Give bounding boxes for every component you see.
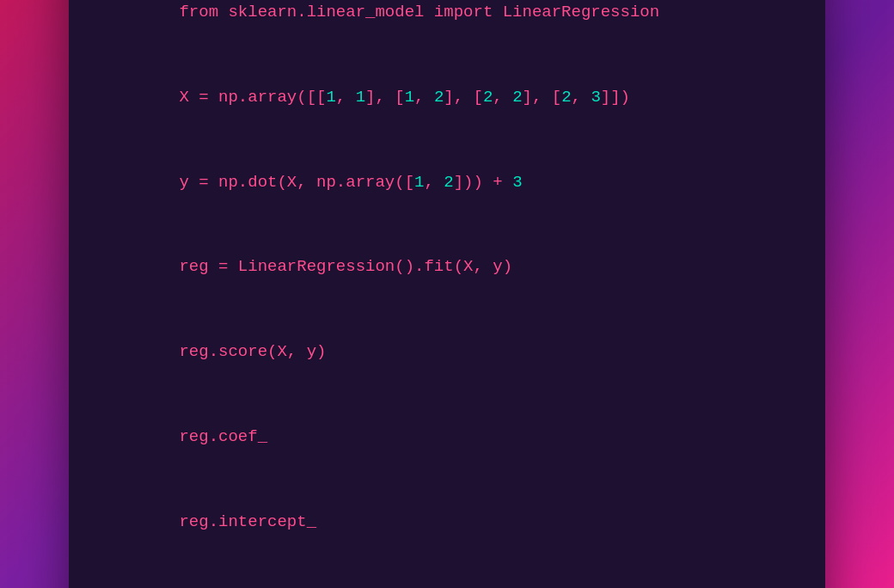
code-text: , <box>572 88 591 107</box>
code-line-2: X = np.array([[1, 1], [1, 2], [2, 2], [2… <box>120 55 774 138</box>
code-text: ], [ <box>365 88 405 107</box>
code-line-4: reg = LinearRegression().fit(X, y) <box>120 225 774 309</box>
code-text: ]]) <box>601 88 630 107</box>
code-number: 2 <box>434 88 444 107</box>
code-text: X = np.array([[ <box>179 88 326 107</box>
code-line-3: y = np.dot(X, np.array([1, 2])) + 3 <box>120 140 774 224</box>
code-number: 2 <box>561 88 571 107</box>
code-text: reg.score(X, y) <box>179 342 326 361</box>
code-text: ], [ <box>444 88 483 107</box>
code-text: reg.intercept_ <box>179 512 316 531</box>
code-window: Linear Regression from sklearn.linear_mo… <box>69 0 825 588</box>
code-text: from sklearn.linear_model import LinearR… <box>179 3 659 21</box>
code-text: , <box>414 88 434 107</box>
code-text: y = np.dot(X, np.array([ <box>179 173 414 192</box>
code-text: reg = LinearRegression().fit(X, y) <box>179 257 512 276</box>
code-number: 1 <box>326 88 335 107</box>
code-number: 2 <box>444 173 453 192</box>
code-line-8: reg.predict(np.array([[3, 5]])) <box>120 566 774 588</box>
code-number: 2 <box>512 88 522 107</box>
code-number: 1 <box>356 88 365 107</box>
code-line-1: from sklearn.linear_model import LinearR… <box>120 0 774 53</box>
code-text: , <box>336 88 356 107</box>
code-text: ])) + <box>454 173 512 192</box>
code-text: reg.coef_ <box>179 427 267 446</box>
code-line-7: reg.intercept_ <box>120 481 774 564</box>
code-line-5: reg.score(X, y) <box>120 310 774 394</box>
code-line-6: reg.coef_ <box>120 395 774 479</box>
code-text: , <box>493 88 512 107</box>
code-area: from sklearn.linear_model import LinearR… <box>69 0 825 588</box>
code-number: 3 <box>512 173 522 192</box>
code-text: , <box>424 173 444 192</box>
code-text: ], [ <box>523 88 562 107</box>
code-number: 1 <box>405 88 414 107</box>
code-number: 2 <box>483 88 493 107</box>
code-number: 1 <box>414 173 424 192</box>
code-number: 3 <box>591 88 600 107</box>
